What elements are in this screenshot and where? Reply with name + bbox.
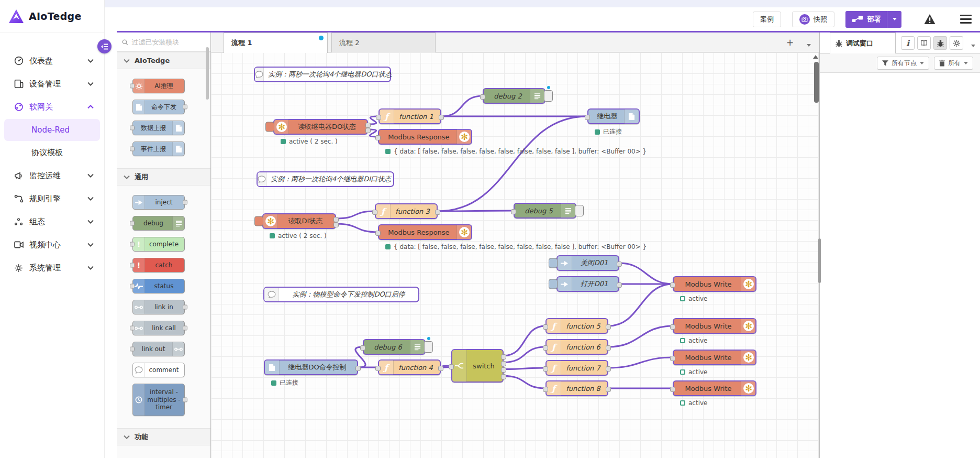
deploy-button[interactable]: 部署 <box>845 11 901 28</box>
output-port[interactable] <box>501 367 506 373</box>
wire-switch-to-fn7[interactable] <box>504 368 545 369</box>
flow-node-debug2[interactable]: debug 2 <box>483 88 545 104</box>
debug-toggle-button[interactable] <box>544 90 553 102</box>
wire-readDI-to-fn3[interactable] <box>336 211 375 219</box>
input-port[interactable] <box>670 282 675 288</box>
input-port[interactable] <box>670 387 675 392</box>
palette-node-comment[interactable]: comment <box>132 363 185 377</box>
node-trigger-button[interactable] <box>254 216 263 226</box>
palette-node-complete[interactable]: !complete <box>132 237 185 252</box>
sidebar-subitem-node-red[interactable]: Node-Red <box>4 119 100 141</box>
wire-closeD01-to-mw1[interactable] <box>619 263 673 284</box>
output-port[interactable] <box>355 366 361 371</box>
flow-node-relay[interactable]: 继电器 <box>587 108 640 124</box>
sidebar-item-system[interactable]: 系统管理 <box>0 256 104 279</box>
output-port[interactable] <box>606 366 611 372</box>
input-port[interactable] <box>449 364 454 369</box>
output-port[interactable] <box>606 324 611 330</box>
flow-node-debug5[interactable]: debug 5 <box>514 203 576 219</box>
input-port[interactable] <box>480 94 485 100</box>
flow-node-fn3[interactable]: ƒfunction 3 <box>375 203 438 219</box>
palette-scrollbar[interactable] <box>206 47 209 100</box>
wire-fn7-to-mw3[interactable] <box>608 357 673 368</box>
flow-node-mw4[interactable]: Modbus Write <box>673 380 756 396</box>
output-port[interactable] <box>439 115 444 120</box>
input-port[interactable] <box>375 231 381 236</box>
flow-node-fn4[interactable]: ƒfunction 4 <box>378 359 441 375</box>
flow-node-fn5[interactable]: ƒfunction 5 <box>545 318 608 334</box>
clear-debug-button[interactable]: 所有 <box>934 57 973 70</box>
hamburger-menu-icon[interactable] <box>960 15 972 24</box>
output-port[interactable] <box>501 354 506 359</box>
flow-node-fn6[interactable]: ƒfunction 6 <box>545 339 608 355</box>
output-port[interactable] <box>617 261 622 267</box>
sidebar-item-gateway[interactable]: 软网关 <box>0 95 104 118</box>
filter-nodes-button[interactable]: 所有节点 <box>877 57 929 70</box>
sidebar-item-dashboard[interactable]: 仪表盘 <box>0 49 104 72</box>
flow-node-mw1[interactable]: Modbus Write <box>673 276 756 292</box>
debug-tab-button[interactable] <box>933 36 947 50</box>
input-port[interactable] <box>375 366 381 371</box>
deploy-options-caret[interactable] <box>887 11 901 28</box>
input-port[interactable] <box>372 210 377 215</box>
palette-node-debug[interactable]: debug <box>132 216 185 231</box>
flow-node-cmd[interactable]: 继电器DO命令控制 <box>264 359 358 375</box>
sidebar-options-caret[interactable] <box>971 39 975 49</box>
node-trigger-button[interactable] <box>549 258 558 268</box>
sidebar-item-monitor[interactable]: 监控运维 <box>0 164 104 187</box>
output-port[interactable] <box>617 282 622 288</box>
input-port[interactable] <box>670 324 675 330</box>
output-port[interactable] <box>365 123 371 128</box>
wire-readDI-to-mr2[interactable] <box>336 224 378 232</box>
flow-node-readDO[interactable]: 读取继电器DO状态 <box>273 119 368 135</box>
flow-node-mr1[interactable]: Modbus Response <box>378 129 472 145</box>
flow-tab-2[interactable]: 流程 2 <box>331 32 436 52</box>
flow-list-caret[interactable] <box>807 39 811 49</box>
palette-search-input[interactable] <box>131 38 205 46</box>
flow-node-debug6[interactable]: debug 6 <box>363 339 426 355</box>
input-port[interactable] <box>360 345 365 351</box>
palette-node-link-out[interactable]: link out <box>132 342 185 356</box>
palette-node-status[interactable]: status <box>132 279 185 293</box>
snapshot-button[interactable]: 快照 <box>792 12 834 27</box>
flow-node-mw2[interactable]: Modbus Write <box>673 318 756 334</box>
debug-toggle-button[interactable] <box>575 205 584 216</box>
warning-icon[interactable] <box>923 14 936 25</box>
wire-switch-to-fn8[interactable] <box>504 376 545 388</box>
case-button[interactable]: 案例 <box>753 12 781 27</box>
output-port[interactable] <box>435 210 440 215</box>
flow-node-mr2[interactable]: Modbus Response <box>378 224 472 240</box>
palette-search[interactable] <box>117 32 210 52</box>
palette-category-通用[interactable]: 通用 <box>117 168 210 186</box>
flow-node-mw3[interactable]: Modbus Write <box>673 350 756 365</box>
flow-canvas[interactable]: 实例：两秒一次轮询4个继电器DO口状态实例：两秒一次轮询4个继电器DI口状态实例… <box>211 52 819 458</box>
input-port[interactable] <box>670 356 675 361</box>
input-port[interactable] <box>375 135 381 140</box>
input-port[interactable] <box>585 115 590 120</box>
palette-node-inject[interactable]: inject <box>132 195 185 210</box>
palette-node-数据上报[interactable]: 数据上报 <box>132 121 185 135</box>
debug-toggle-button[interactable] <box>424 341 433 353</box>
output-port[interactable] <box>606 387 611 392</box>
flow-node-readDI[interactable]: 读取DI状态 <box>262 213 336 229</box>
flow-node-openD01[interactable]: 打开D01 <box>556 276 619 292</box>
palette-node-link-in[interactable]: link in <box>132 300 185 314</box>
add-flow-button[interactable]: + <box>785 37 795 48</box>
palette-category-AIoTedge[interactable]: AIoTedge <box>117 52 210 69</box>
input-port[interactable] <box>511 209 516 214</box>
output-port[interactable] <box>365 128 371 133</box>
sidebar-item-devices[interactable]: 设备管理 <box>0 72 104 95</box>
palette-node-catch[interactable]: !catch <box>132 258 185 272</box>
flow-node-fn1[interactable]: ƒfunction 1 <box>378 108 441 124</box>
palette-category-功能[interactable]: 功能 <box>117 428 210 445</box>
palette-node-命令下发[interactable]: 命令下发 <box>132 100 185 114</box>
sidebar-collapse-button[interactable] <box>97 39 112 53</box>
editor-scrollbar[interactable] <box>818 238 821 283</box>
palette-node-事件上报[interactable]: 事件上报 <box>132 141 185 156</box>
output-port[interactable] <box>606 345 611 351</box>
node-trigger-button[interactable] <box>549 279 558 289</box>
node-trigger-button[interactable] <box>265 122 274 132</box>
input-port[interactable] <box>543 324 548 330</box>
comment-node[interactable]: 实例：物模型命令下发控制DO口启停 <box>263 287 419 302</box>
tab-debug-window[interactable]: 调试窗口 <box>830 32 896 53</box>
